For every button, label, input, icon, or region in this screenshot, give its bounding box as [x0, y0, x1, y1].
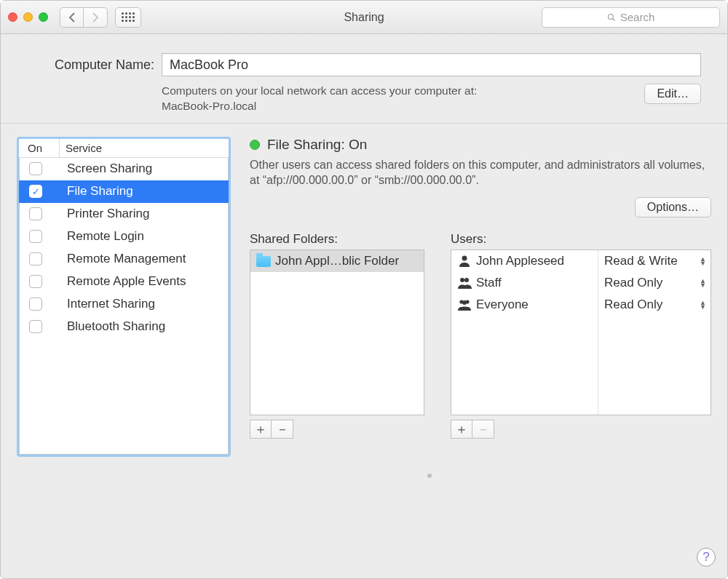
close-button[interactable]	[8, 12, 17, 22]
service-checkbox[interactable]	[29, 230, 42, 243]
options-button[interactable]: Options…	[635, 197, 711, 217]
service-name: Screen Sharing	[66, 161, 152, 176]
shared-folders-label: Shared Folders:	[250, 232, 424, 247]
nav-buttons	[60, 7, 108, 28]
services-col-service[interactable]: Service	[60, 139, 229, 157]
user-name: John Appleseed	[476, 254, 564, 268]
add-user-button[interactable]: ＋	[451, 420, 472, 439]
service-name: Internet Sharing	[66, 297, 155, 311]
show-all-button[interactable]	[115, 7, 141, 28]
folder-icon	[256, 256, 271, 267]
sharing-preferences-window: Sharing Search Computer Name: Computers …	[0, 0, 728, 579]
service-name: Bluetooth Sharing	[66, 319, 165, 334]
status-title: File Sharing: On	[267, 137, 367, 153]
pair-icon	[457, 276, 472, 290]
search-placeholder: Search	[620, 11, 655, 23]
back-button[interactable]	[60, 7, 84, 28]
svg-line-1	[612, 18, 614, 20]
svg-point-7	[462, 300, 467, 305]
service-checkbox[interactable]	[29, 207, 42, 220]
zoom-button[interactable]	[39, 12, 48, 22]
computer-name-section: Computer Name: Computers on your local n…	[1, 34, 727, 124]
shared-folder-name: John Appl…blic Folder	[275, 254, 399, 268]
service-checkbox[interactable]	[29, 275, 42, 288]
service-checkbox[interactable]	[29, 320, 42, 333]
service-detail: File Sharing: On Other users can access …	[250, 137, 711, 565]
user-row[interactable]: Everyone	[451, 294, 598, 316]
shared-folders-add-remove: ＋ －	[250, 420, 424, 439]
search-field[interactable]: Search	[542, 7, 720, 28]
service-name: File Sharing	[66, 184, 133, 199]
svg-point-0	[608, 14, 613, 19]
permission-select[interactable]: Read & Write▲▼	[598, 250, 711, 272]
permission-select[interactable]: Read Only▲▼	[598, 272, 711, 294]
user-row[interactable]: Staff	[451, 272, 598, 294]
remove-folder-button[interactable]: －	[272, 420, 293, 439]
computer-name-label: Computer Name:	[27, 57, 162, 73]
split-handle[interactable]	[427, 474, 432, 478]
permission-select[interactable]: Read Only▲▼	[598, 294, 711, 316]
service-row[interactable]: Remote Management	[19, 248, 229, 271]
user-row[interactable]: John Appleseed	[451, 250, 598, 272]
content: Computer Name: Computers on your local n…	[1, 34, 727, 578]
service-checkbox[interactable]	[29, 162, 42, 175]
user-name: Everyone	[476, 298, 529, 312]
person-icon	[457, 255, 472, 268]
titlebar: Sharing Search	[1, 1, 727, 34]
remove-user-button[interactable]: －	[472, 420, 494, 439]
search-icon	[607, 13, 616, 22]
permission-label: Read & Write	[604, 254, 678, 268]
service-name: Remote Management	[66, 252, 186, 266]
svg-point-3	[460, 278, 464, 282]
main-panel: On Service Screen Sharing✓File SharingPr…	[1, 124, 727, 578]
status-indicator-on-icon	[250, 140, 260, 150]
help-button[interactable]: ?	[697, 548, 716, 567]
service-row[interactable]: Printer Sharing	[19, 203, 229, 225]
shared-folders-list[interactable]: John Appl…blic Folder	[250, 249, 424, 415]
svg-point-2	[462, 256, 467, 261]
forward-button[interactable]	[84, 7, 108, 28]
service-row[interactable]: Screen Sharing	[19, 158, 229, 180]
service-checkbox[interactable]	[29, 252, 42, 265]
users-column: Users: John AppleseedStaffEveryone Read …	[451, 232, 711, 565]
computer-name-input[interactable]	[162, 53, 701, 76]
status-description: Other users can access shared folders on…	[250, 157, 711, 188]
services-col-on[interactable]: On	[19, 139, 60, 157]
services-header: On Service	[19, 139, 229, 158]
chevron-updown-icon: ▲▼	[700, 300, 706, 310]
users-add-remove: ＋ －	[451, 420, 711, 439]
window-controls	[8, 12, 48, 22]
minimize-button[interactable]	[23, 12, 33, 22]
user-name: Staff	[476, 276, 502, 290]
grid-icon	[122, 12, 135, 22]
computer-name-hint: Computers on your local network can acce…	[162, 84, 644, 114]
service-name: Remote Apple Events	[66, 274, 186, 289]
users-label: Users:	[451, 232, 711, 247]
edit-button[interactable]: Edit…	[644, 84, 701, 104]
group-icon	[457, 298, 472, 311]
service-row[interactable]: ✓File Sharing	[19, 180, 229, 203]
permission-label: Read Only	[604, 298, 662, 312]
lists-area: Shared Folders: John Appl…blic Folder ＋ …	[250, 232, 711, 565]
chevron-updown-icon: ▲▼	[700, 257, 706, 266]
add-folder-button[interactable]: ＋	[250, 420, 272, 439]
service-checkbox[interactable]	[29, 298, 42, 311]
service-row[interactable]: Internet Sharing	[19, 293, 229, 316]
service-row[interactable]: Bluetooth Sharing	[19, 316, 229, 338]
service-name: Printer Sharing	[66, 207, 149, 221]
chevron-updown-icon: ▲▼	[700, 279, 706, 288]
service-row[interactable]: Remote Apple Events	[19, 271, 229, 293]
users-list[interactable]: John AppleseedStaffEveryone Read & Write…	[451, 249, 711, 415]
shared-folder-row[interactable]: John Appl…blic Folder	[250, 250, 424, 272]
shared-folders-column: Shared Folders: John Appl…blic Folder ＋ …	[250, 232, 424, 565]
svg-point-4	[464, 278, 469, 282]
services-list[interactable]: On Service Screen Sharing✓File SharingPr…	[17, 137, 231, 457]
permission-label: Read Only	[604, 276, 662, 290]
service-checkbox[interactable]: ✓	[29, 185, 42, 198]
service-row[interactable]: Remote Login	[19, 225, 229, 248]
service-name: Remote Login	[66, 229, 144, 244]
